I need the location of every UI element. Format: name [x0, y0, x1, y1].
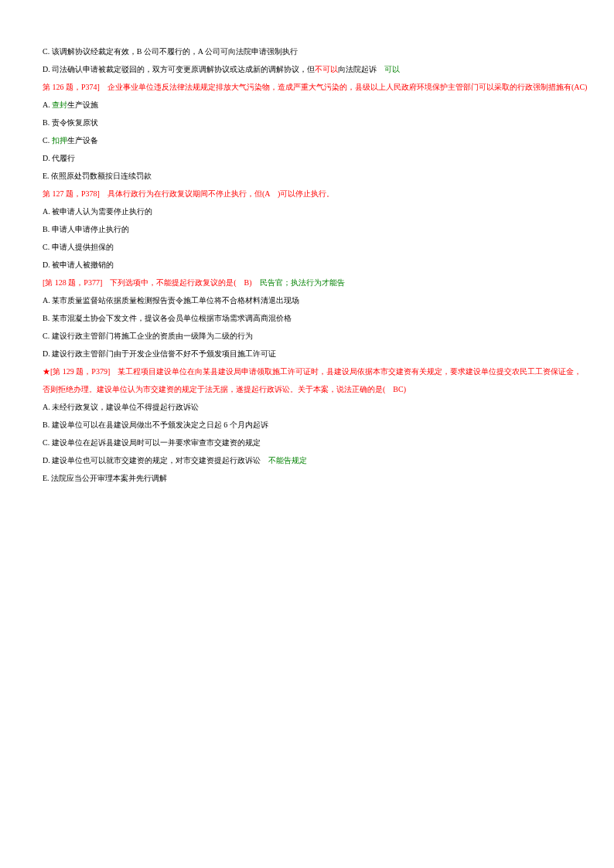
text-span: B. 责令恢复原状 — [43, 118, 98, 127]
text-span: B. 某市混凝土协会下发文件，提议各会员单位根据市场需求调高商混价格 — [43, 314, 292, 322]
text-line: A. 某市质量监督站依据质量检测报告责令施工单位将不合格材料清退出现场 — [43, 291, 571, 309]
text-span: [第 128 题，P377] 下列选项中，不能提起行政复议的是( B) — [43, 278, 260, 287]
text-span: E. 法院应当公开审理本案并先行调解 — [43, 474, 167, 482]
text-span: ★[第 129 题，P379] 某工程项目建设单位在向某县建设局申请领取施工许可… — [43, 367, 582, 376]
text-line: ★[第 129 题，P379] 某工程项目建设单位在向某县建设局申请领取施工许可… — [43, 363, 571, 380]
text-span: 民告官；执法行为才能告 — [260, 278, 345, 287]
text-line: A. 查封生产设施 — [43, 96, 571, 114]
text-line: B. 建设单位可以在县建设局做出不予颁发决定之日起 6 个月内起诉 — [43, 416, 571, 434]
text-line: C. 该调解协议经裁定有效，B 公司不履行的，A 公司可向法院申请强制执行 — [43, 43, 571, 60]
text-span: 否则拒绝办理。建设单位认为市交建资的规定于法无据，遂提起行政诉讼。关于本案，说法… — [43, 385, 406, 393]
text-span: E. 依照原处罚数额按日连续罚款 — [43, 172, 152, 180]
text-span: D. 建设行政主管部门由于开发企业信誉不好不予颁发项目施工许可证 — [43, 349, 276, 358]
text-span: C. 该调解协议经裁定有效，B 公司不履行的，A 公司可向法院申请强制执行 — [43, 47, 298, 56]
text-span: C. 申请人提供担保的 — [43, 243, 114, 251]
text-span: 扣押 — [52, 136, 67, 145]
text-span: 不可以 — [315, 65, 338, 73]
text-line: 第 127 题，P378] 具体行政行为在行政复议期间不停止执行，但(A )可以… — [43, 185, 571, 203]
text-span: 第 126 题，P374] 企业事业单位违反法律法规规定排放大气污染物，造成严重… — [43, 83, 587, 91]
text-line: E. 依照原处罚数额按日连续罚款 — [43, 167, 571, 185]
text-line: B. 申请人申请停止执行的 — [43, 220, 571, 238]
text-span: D. 被申请人被撤销的 — [43, 260, 114, 269]
text-line: B. 某市混凝土协会下发文件，提议各会员单位根据市场需求调高商混价格 — [43, 309, 571, 327]
text-line: C. 建设行政主管部门将施工企业的资质由一级降为二级的行为 — [43, 327, 571, 345]
text-line: D. 建设单位也可以就市交建资的规定，对市交建资提起行政诉讼 不能告规定 — [43, 451, 571, 469]
text-line: C. 扣押生产设备 — [43, 131, 571, 149]
text-line: A. 被申请人认为需要停止执行的 — [43, 203, 571, 220]
text-span: B. 申请人申请停止执行的 — [43, 225, 129, 233]
text-line: [第 128 题，P377] 下列选项中，不能提起行政复议的是( B) 民告官；… — [43, 274, 571, 291]
text-span: D. 建设单位也可以就市交建资的规定，对市交建资提起行政诉讼 — [43, 456, 268, 465]
text-span: A. 未经行政复议，建设单位不得提起行政诉讼 — [43, 403, 199, 411]
text-line: C. 建设单位在起诉县建设局时可以一并要求审查市交建资的规定 — [43, 434, 571, 451]
text-span: C. 建设单位在起诉县建设局时可以一并要求审查市交建资的规定 — [43, 438, 261, 447]
text-line: 第 126 题，P374] 企业事业单位违反法律法规规定排放大气污染物，造成严重… — [43, 78, 571, 96]
text-line: B. 责令恢复原状 — [43, 114, 571, 131]
text-line: D. 建设行政主管部门由于开发企业信誉不好不予颁发项目施工许可证 — [43, 345, 571, 363]
text-line: E. 法院应当公开审理本案并先行调解 — [43, 469, 571, 487]
text-span: D. 司法确认申请被裁定驳回的，双方可变更原调解协议或达成新的调解协议，但 — [43, 65, 315, 73]
text-span: 不能告规定 — [268, 456, 307, 465]
text-span: 向法院起诉 — [338, 65, 384, 73]
text-span: 第 127 题，P378] 具体行政行为在行政复议期间不停止执行，但(A )可以… — [43, 189, 334, 198]
text-line: 否则拒绝办理。建设单位认为市交建资的规定于法无据，遂提起行政诉讼。关于本案，说法… — [43, 380, 571, 398]
text-span: 生产设施 — [67, 100, 98, 109]
text-line: C. 申请人提供担保的 — [43, 238, 571, 256]
text-span: C. 建设行政主管部门将施工企业的资质由一级降为二级的行为 — [43, 332, 253, 340]
text-span: B. 建设单位可以在县建设局做出不予颁发决定之日起 6 个月内起诉 — [43, 420, 268, 429]
text-line: D. 被申请人被撤销的 — [43, 256, 571, 274]
text-span: D. 代履行 — [43, 154, 75, 162]
text-line: D. 代履行 — [43, 149, 571, 167]
text-span: A. — [43, 100, 52, 109]
text-line: A. 未经行政复议，建设单位不得提起行政诉讼 — [43, 398, 571, 416]
text-line: D. 司法确认申请被裁定驳回的，双方可变更原调解协议或达成新的调解协议，但不可以… — [43, 60, 571, 78]
text-span: 查封 — [52, 100, 67, 109]
text-span: 可以 — [384, 65, 400, 73]
text-span: C. — [43, 136, 52, 145]
text-span: 生产设备 — [67, 136, 98, 145]
text-span: A. 被申请人认为需要停止执行的 — [43, 207, 152, 216]
text-span: A. 某市质量监督站依据质量检测报告责令施工单位将不合格材料清退出现场 — [43, 296, 299, 305]
